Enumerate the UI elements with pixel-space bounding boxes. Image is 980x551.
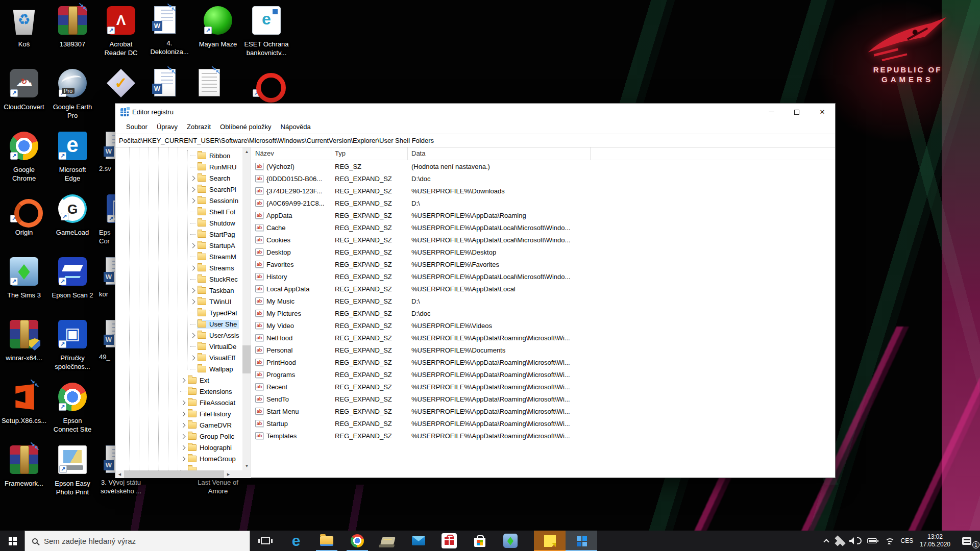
- tray-overflow-button[interactable]: [820, 531, 833, 551]
- taskbar-epson-scan-utility[interactable]: [373, 531, 403, 551]
- registry-value-row-desktop[interactable]: abDesktopREG_EXPAND_SZ%USERPROFILE%\Desk…: [252, 246, 835, 258]
- tree-item-userassis[interactable]: UserAssis: [115, 330, 242, 341]
- desktop-icon-prirucky-spolecnosti[interactable]: ↗Příručkyspolečnos...: [50, 320, 95, 371]
- registry-value-row-0ddd015d-b06[interactable]: ab{0DDD015D-B06...REG_EXPAND_SZD:\doc: [252, 172, 835, 185]
- expand-chevron-icon[interactable]: [181, 445, 186, 450]
- tree-item-startpag[interactable]: StartPag: [115, 229, 242, 240]
- tree-item-typedpat[interactable]: TypedPat: [115, 307, 242, 318]
- registry-value-row-start-menu[interactable]: abStart MenuREG_EXPAND_SZ%USERPROFILE%\A…: [252, 405, 835, 417]
- expand-chevron-icon[interactable]: [190, 288, 195, 293]
- desktop-icon-google-chrome[interactable]: ↗GoogleChrome: [1, 132, 47, 183]
- dropbox-tray-icon[interactable]: [833, 531, 847, 551]
- desktop-icon-doc-dekolonizace[interactable]: 4.Dekoloniza...: [146, 6, 192, 56]
- desktop-icon-recycle-bin[interactable]: Koš: [1, 6, 47, 48]
- registry-value-row-sendto[interactable]: abSendToREG_EXPAND_SZ%USERPROFILE%\AppDa…: [252, 393, 835, 405]
- registry-value-row-printhood[interactable]: abPrintHoodREG_EXPAND_SZ%USERPROFILE%\Ap…: [252, 356, 835, 368]
- tree-item-searchpl[interactable]: SearchPl: [115, 184, 242, 195]
- tree-item-filehistory[interactable]: FileHistory: [115, 408, 242, 419]
- tree-item-ext[interactable]: Ext: [115, 374, 242, 386]
- expand-chevron-icon[interactable]: [190, 265, 195, 270]
- scrollbar-thumb[interactable]: [124, 470, 224, 478]
- tree-item-extensions[interactable]: Extensions: [115, 386, 242, 397]
- tree-vertical-scrollbar[interactable]: ▲ ▼: [242, 147, 251, 470]
- registry-value-row-recent[interactable]: abRecentREG_EXPAND_SZ%USERPROFILE%\AppDa…: [252, 381, 835, 393]
- taskbar-file-explorer[interactable]: [311, 531, 342, 551]
- expand-chevron-icon[interactable]: [190, 299, 195, 304]
- tree-item-gamedvr[interactable]: GameDVR: [115, 419, 242, 431]
- taskbar-gift-app[interactable]: [434, 531, 464, 551]
- expand-chevron-icon[interactable]: [190, 355, 195, 360]
- taskbar-sticky-notes[interactable]: [534, 531, 566, 551]
- registry-value-row-cookies[interactable]: abCookiesREG_EXPAND_SZ%USERPROFILE%\AppD…: [252, 234, 835, 246]
- desktop-icon-text-document[interactable]: [195, 69, 241, 96]
- desktop-icon-opera[interactable]: ↗: [243, 69, 289, 97]
- scroll-left-icon[interactable]: ◀: [115, 470, 124, 478]
- volume-tray-button[interactable]: [847, 531, 864, 551]
- registry-value-row-my-video[interactable]: abMy VideoREG_EXPAND_SZ%USERPROFILE%\Vid…: [252, 319, 835, 332]
- column-header-typ[interactable]: Typ: [331, 147, 408, 160]
- desktop-icon-acrobat-reader-dc[interactable]: ↗AcrobatReader DC: [98, 6, 144, 57]
- desktop-icon-cloudconvert[interactable]: ↗CloudConvert: [1, 69, 47, 111]
- clock[interactable]: 13:02 17.05.2020: [917, 531, 953, 551]
- tree-item-twinui[interactable]: TWinUI: [115, 296, 242, 307]
- column-header-data[interactable]: Data: [408, 147, 591, 160]
- desktop-icon-google-earth-pro[interactable]: ↗Google EarthPro: [50, 69, 95, 120]
- desktop-icon-archive-1389307[interactable]: 1389307: [50, 6, 95, 48]
- tree-item-startupa[interactable]: StartupA: [115, 240, 242, 251]
- network-tray-button[interactable]: [881, 531, 897, 551]
- expand-chevron-icon[interactable]: [190, 198, 195, 203]
- registry-value-row-local-appdata[interactable]: abLocal AppDataREG_EXPAND_SZ%USERPROFILE…: [252, 283, 835, 295]
- tree-item-group-polic[interactable]: Group Polic: [115, 431, 242, 442]
- search-input[interactable]: [44, 537, 228, 545]
- desktop-icon-origin[interactable]: ↗Origin: [1, 194, 47, 237]
- window-titlebar[interactable]: Editor registru ✕: [115, 104, 835, 120]
- taskbar-microsoft-edge[interactable]: [281, 531, 311, 551]
- action-center-button[interactable]: 1: [953, 531, 980, 551]
- desktop-icon-app-checkmark[interactable]: ↗: [98, 69, 144, 97]
- registry-value-row-my-music[interactable]: abMy MusicREG_EXPAND_SZD:\: [252, 295, 835, 307]
- menu-upravy[interactable]: Úpravy: [152, 121, 182, 133]
- registry-value-row-nethood[interactable]: abNetHoodREG_EXPAND_SZ%USERPROFILE%\AppD…: [252, 332, 835, 344]
- tree-item-streams[interactable]: Streams: [115, 262, 242, 273]
- tree-item-sessionin[interactable]: SessionIn: [115, 195, 242, 206]
- expand-chevron-icon[interactable]: [190, 333, 195, 338]
- registry-value-row-personal[interactable]: abPersonalREG_EXPAND_SZ%USERPROFILE%\Doc…: [252, 344, 835, 356]
- tree-item-shell-fol[interactable]: Shell Fol: [115, 206, 242, 217]
- taskbar-task-view[interactable]: [250, 531, 281, 551]
- desktop-icon-the-sims-3[interactable]: ↗The Sims 3: [1, 257, 47, 299]
- tree-horizontal-scrollbar[interactable]: ◀ ▶: [115, 470, 251, 478]
- scroll-down-icon[interactable]: ▼: [242, 462, 251, 470]
- tree-item-partial[interactable]: [115, 464, 242, 470]
- desktop-icon-framework[interactable]: Framework...: [1, 445, 47, 488]
- tree-item-holographi[interactable]: Holographi: [115, 442, 242, 453]
- registry-value-row-vychozi[interactable]: ab(Výchozí)REG_SZ(Hodnota není nastavena…: [252, 160, 835, 172]
- registry-value-row-374de290-123f[interactable]: ab{374DE290-123F...REG_EXPAND_SZ%USERPRO…: [252, 185, 835, 197]
- taskbar-search[interactable]: [24, 531, 250, 551]
- registry-value-row-startup[interactable]: abStartupREG_EXPAND_SZ%USERPROFILE%\AppD…: [252, 417, 835, 430]
- desktop-icon-epson-easy-photo-print[interactable]: ↗Epson EasyPhoto Print: [50, 445, 95, 496]
- expand-chevron-icon[interactable]: [181, 411, 186, 416]
- registry-value-row-templates[interactable]: abTemplatesREG_EXPAND_SZ%USERPROFILE%\Ap…: [252, 430, 835, 442]
- expand-chevron-icon[interactable]: [181, 400, 186, 405]
- tree-item-search[interactable]: Search: [115, 172, 242, 184]
- menu-napoveda[interactable]: Nápověda: [276, 121, 315, 133]
- tree-item-fileassociat[interactable]: FileAssociat: [115, 397, 242, 408]
- tree-item-wallpap[interactable]: Wallpap: [115, 363, 242, 374]
- registry-value-row-favorites[interactable]: abFavoritesREG_EXPAND_SZ%USERPROFILE%\Fa…: [252, 258, 835, 270]
- close-button[interactable]: ✕: [810, 104, 835, 120]
- menu-zobrazit[interactable]: Zobrazit: [182, 121, 215, 133]
- column-header-nazev[interactable]: Název: [252, 147, 331, 160]
- scrollbar-thumb[interactable]: [242, 345, 251, 373]
- tree-item-taskban[interactable]: Taskban: [115, 285, 242, 296]
- start-button[interactable]: [0, 531, 24, 551]
- expand-chevron-icon[interactable]: [181, 434, 186, 439]
- expand-chevron-icon[interactable]: [181, 422, 186, 428]
- battery-tray-button[interactable]: [864, 531, 881, 551]
- expand-chevron-icon[interactable]: [190, 187, 195, 192]
- menu-soubor[interactable]: Soubor: [121, 121, 152, 133]
- taskbar-google-chrome[interactable]: [342, 531, 373, 551]
- tree-item-virtualde[interactable]: VirtualDe: [115, 341, 242, 352]
- language-indicator[interactable]: CES: [897, 531, 917, 551]
- tree-item-ribbon[interactable]: Ribbon: [115, 150, 242, 161]
- desktop-icon-gameload[interactable]: ↗GameLoad: [50, 194, 95, 237]
